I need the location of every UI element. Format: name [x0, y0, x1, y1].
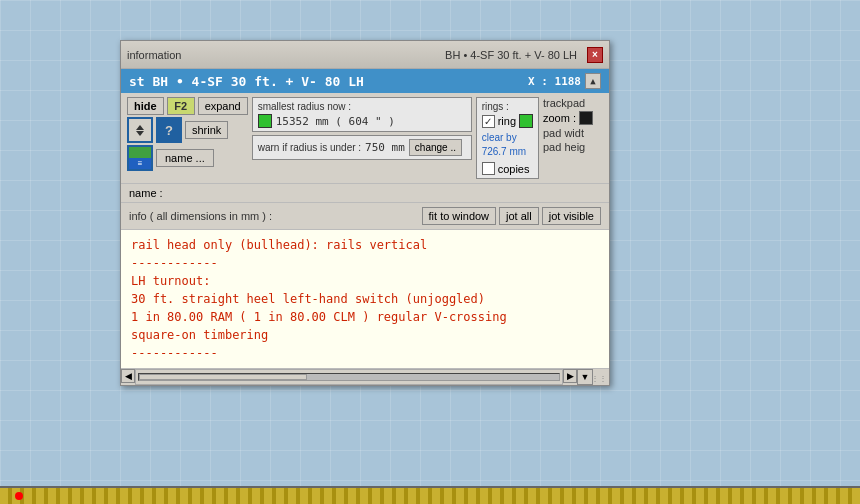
- arrow-up-icon: [136, 125, 144, 130]
- content-area: rail head only (bullhead): rails vertica…: [121, 229, 609, 368]
- flags-icon-box[interactable]: ≡: [127, 145, 153, 171]
- dialog-bottom: ◀ ▶ ▼ ⋮⋮: [121, 368, 609, 385]
- copies-row: copies: [482, 162, 533, 175]
- radius-label: smallest radius now :: [258, 101, 466, 112]
- flags-icon: ≡: [129, 147, 151, 169]
- scroll-right-button[interactable]: ▶: [563, 369, 577, 383]
- info-dimensions-label: info ( all dimensions in mm ) :: [129, 210, 419, 222]
- info-row: info ( all dimensions in mm ) : fit to w…: [121, 202, 609, 229]
- h-scroll-thumb: [139, 374, 307, 380]
- left-controls: hide F2 expand ? shrink: [127, 97, 248, 171]
- h-scrollbar[interactable]: [135, 369, 563, 385]
- content-line-1: rail head only (bullhead): rails vertica…: [131, 236, 599, 254]
- middle-panel: smallest radius now : 15352 mm ( 604 " )…: [252, 97, 472, 160]
- clear-by-row: clear by 726.7 mm: [482, 130, 533, 158]
- close-button[interactable]: ×: [587, 47, 603, 63]
- radius-value: 15352 mm ( 604 " ): [276, 115, 395, 128]
- resize-grip[interactable]: ⋮⋮: [593, 369, 609, 385]
- fit-window-button[interactable]: fit to window: [422, 207, 497, 225]
- name-row: name :: [121, 183, 609, 202]
- arrow-down-icon: [136, 131, 144, 136]
- jot-visible-button[interactable]: jot visible: [542, 207, 601, 225]
- header-right: X : 1188 ▲: [528, 73, 601, 89]
- main-dialog: information BH • 4-SF 30 ft. + V- 80 LH …: [120, 40, 610, 386]
- track-bar-inner: [0, 488, 860, 504]
- ring-checkbox[interactable]: ✓: [482, 115, 495, 128]
- f2-button[interactable]: F2: [167, 97, 195, 115]
- warn-label: warn if radius is under :: [258, 142, 361, 153]
- content-line-6: square-on timbering: [131, 326, 599, 344]
- rings-panel: rings : ✓ ring clear by 726.7 mm copies: [476, 97, 539, 179]
- ring-label: ring: [498, 115, 516, 127]
- pad-width-label: pad widt: [543, 127, 603, 139]
- x-label: X : 1188: [528, 75, 581, 88]
- hide-row: hide F2 expand: [127, 97, 248, 115]
- ring-swatch: [519, 114, 533, 128]
- title-label: information: [127, 49, 435, 61]
- title-subtitle: BH • 4-SF 30 ft. + V- 80 LH: [445, 49, 577, 61]
- track-bar: [0, 486, 860, 504]
- content-line-3: LH turnout:: [131, 272, 599, 290]
- content-line-4: 30 ft. straight heel left-hand switch (u…: [131, 290, 599, 308]
- clear-value: 726.7 mm: [482, 146, 526, 157]
- title-bar: information BH • 4-SF 30 ft. + V- 80 LH …: [121, 41, 609, 69]
- right-panel: trackpad zoom : pad widt pad heig: [543, 97, 603, 153]
- content-line-7: ------------: [131, 344, 599, 362]
- header-text: st BH • 4-SF 30 ft. + V- 80 LH: [129, 74, 364, 89]
- name-section-label: name :: [129, 187, 163, 199]
- question-icon: ?: [158, 119, 180, 141]
- scroll-left-button[interactable]: ◀: [121, 369, 135, 383]
- rings-label: rings :: [482, 101, 533, 112]
- header-row: st BH • 4-SF 30 ft. + V- 80 LH X : 1188 …: [121, 69, 609, 93]
- grip-dots-icon: ⋮⋮: [591, 375, 607, 383]
- name-button[interactable]: name ...: [156, 149, 214, 167]
- content-line-5: 1 in 80.00 RAM ( 1 in 80.00 CLM ) regula…: [131, 308, 599, 326]
- flag-top: [129, 147, 151, 158]
- flag-bottom: ≡: [129, 158, 151, 169]
- clear-by-link[interactable]: clear by: [482, 132, 517, 143]
- copies-checkbox[interactable]: [482, 162, 495, 175]
- radius-value-row: 15352 mm ( 604 " ): [258, 114, 466, 128]
- radius-swatch: [258, 114, 272, 128]
- icon-row: ? shrink: [127, 117, 248, 143]
- track-dot: [15, 492, 23, 500]
- hide-button[interactable]: hide: [127, 97, 164, 115]
- jot-all-button[interactable]: jot all: [499, 207, 539, 225]
- zoom-row: zoom :: [543, 111, 603, 125]
- h-scroll-track: [138, 373, 560, 381]
- scroll-up-button[interactable]: ▲: [585, 73, 601, 89]
- question-icon-box[interactable]: ?: [156, 117, 182, 143]
- arrow-icon-box[interactable]: [127, 117, 153, 143]
- copies-label: copies: [498, 163, 530, 175]
- change-button[interactable]: change ..: [409, 139, 462, 156]
- trackpad-label: trackpad: [543, 97, 603, 109]
- warn-box: warn if radius is under : 750 mm change …: [252, 135, 472, 160]
- up-down-icon: [136, 125, 144, 136]
- shrink-button[interactable]: shrink: [185, 121, 228, 139]
- warn-value: 750 mm: [365, 141, 405, 154]
- radius-box: smallest radius now : 15352 mm ( 604 " ): [252, 97, 472, 132]
- expand-button[interactable]: expand: [198, 97, 248, 115]
- controls-area: hide F2 expand ? shrink: [121, 93, 609, 183]
- flags-row: ≡ name ...: [127, 145, 248, 171]
- zoom-swatch: [579, 111, 593, 125]
- zoom-label: zoom :: [543, 112, 576, 124]
- pad-height-label: pad heig: [543, 141, 603, 153]
- content-line-2: ------------: [131, 254, 599, 272]
- rings-row: ✓ ring: [482, 114, 533, 128]
